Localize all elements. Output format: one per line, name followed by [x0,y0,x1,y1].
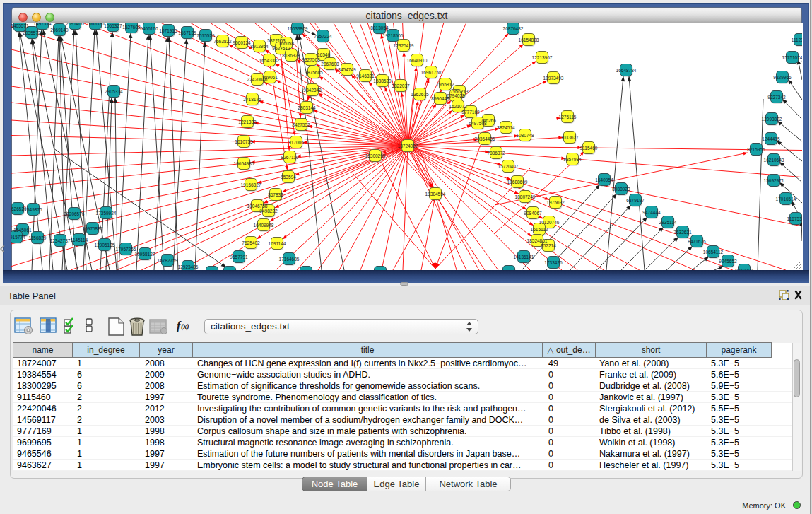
svg-text:1065327: 1065327 [104,23,122,28]
svg-text:8215955: 8215955 [747,147,765,152]
svg-text:6794028: 6794028 [447,93,465,98]
svg-text:8427552: 8427552 [292,122,310,127]
svg-text:17957255: 17957255 [116,247,136,252]
svg-text:(x): (x) [181,322,189,331]
svg-text:16409948: 16409948 [254,223,274,228]
svg-text:8186328: 8186328 [282,53,300,58]
svg-text:1244415: 1244415 [762,136,780,141]
svg-text:16033809: 16033809 [288,26,308,31]
svg-text:6879197: 6879197 [626,198,645,203]
svg-text:1527602: 1527602 [122,25,141,30]
svg-text:16154808: 16154808 [519,37,539,42]
svg-text:15720407: 15720407 [498,164,519,169]
svg-text:9498222: 9498222 [259,209,278,214]
svg-text:252214: 252214 [541,243,556,248]
svg-text:1221338: 1221338 [238,119,257,124]
svg-text:1667135: 1667135 [178,30,196,35]
svg-text:15751074: 15751074 [782,55,802,60]
svg-text:2091406: 2091406 [66,23,84,26]
svg-text:166058: 166058 [278,41,294,46]
svg-text:18300295: 18300295 [365,153,386,158]
svg-text:3822037: 3822037 [392,83,410,88]
svg-text:20364436: 20364436 [475,136,495,141]
svg-text:9084067: 9084067 [524,211,542,216]
svg-text:1610755: 1610755 [235,139,253,144]
svg-text:1080748: 1080748 [516,133,534,138]
svg-text:1640954: 1640954 [595,177,613,182]
svg-text:7357224: 7357224 [314,34,332,39]
svg-text:8454749: 8454749 [338,67,356,72]
svg-text:7632621: 7632621 [673,230,692,235]
svg-text:18524861: 18524861 [527,238,548,243]
svg-text:9227342: 9227342 [767,95,786,100]
svg-text:1691144: 1691144 [269,241,286,246]
svg-text:12093822: 12093822 [762,117,782,122]
svg-text:1615112: 1615112 [531,227,548,232]
svg-text:6466160: 6466160 [140,26,158,31]
svg-text:9329966: 9329966 [773,75,792,80]
svg-text:8813054: 8813054 [370,25,389,30]
svg-text:2905334: 2905334 [105,89,123,94]
svg-text:1065326: 1065326 [86,23,105,26]
svg-text:1545061: 1545061 [13,228,32,233]
svg-text:2867608: 2867608 [321,62,339,66]
svg-text:10973493: 10973493 [543,76,564,81]
svg-text:9245652: 9245652 [719,259,737,264]
svg-text:2718176: 2718176 [243,97,261,102]
svg-text:7515526: 7515526 [196,33,215,38]
svg-text:2035572: 2035572 [23,30,41,35]
svg-text:14136141: 14136141 [514,255,534,259]
svg-text:8912954: 8912954 [250,44,269,49]
svg-text:10046758: 10046758 [247,204,268,209]
svg-text:953594: 953594 [281,175,296,180]
svg-text:2935114: 2935114 [659,220,677,225]
svg-text:12905135: 12905135 [95,243,115,247]
svg-text:9627513: 9627513 [272,46,290,51]
svg-text:9357984: 9357984 [563,157,582,162]
svg-text:1275115: 1275115 [559,115,577,119]
svg-text:1733426: 1733426 [544,260,563,265]
svg-text:10654112: 10654112 [703,250,724,255]
svg-text:10975887: 10975887 [83,226,103,231]
svg-text:2803144: 2803144 [298,105,316,110]
svg-text:16543382: 16543382 [259,58,280,63]
svg-text:10958127: 10958127 [135,252,155,257]
svg-text:17016514: 17016514 [776,197,796,201]
svg-text:15692971: 15692971 [764,178,784,183]
svg-text:3824514: 3824514 [497,125,515,130]
svg-text:18724007: 18724007 [398,144,418,148]
svg-text:1497314: 1497314 [33,23,52,26]
svg-text:19654985: 19654985 [234,161,254,166]
svg-text:9115460: 9115460 [580,146,598,151]
svg-text:18807249: 18807249 [515,194,536,199]
svg-text:7955812: 7955812 [436,82,454,87]
svg-text:1033627: 1033627 [560,135,579,140]
svg-text:989061: 989061 [262,75,278,80]
svg-text:10120746: 10120746 [539,220,560,225]
svg-text:12213967: 12213967 [532,55,553,60]
svg-text:17164685: 17164685 [279,257,300,262]
svg-text:7886372: 7886372 [487,151,505,156]
svg-text:1112037: 1112037 [792,37,802,42]
svg-text:12342737: 12342737 [50,238,71,243]
svg-text:12325419: 12325419 [394,43,414,48]
svg-text:19384554: 19384554 [425,192,446,197]
svg-text:9777169: 9777169 [461,110,480,115]
svg-text:3915774: 3915774 [11,235,25,240]
svg-text:16210643: 16210643 [764,158,784,163]
svg-text:917006: 917006 [288,140,304,145]
svg-text:8267110: 8267110 [281,155,299,160]
svg-text:1362615: 1362615 [411,92,429,97]
svg-text:9660124: 9660124 [233,40,251,45]
svg-text:9474444: 9474444 [642,210,661,215]
svg-text:10688609: 10688609 [507,180,528,185]
svg-text:16546: 16546 [317,52,330,57]
svg-text:16640910: 16640910 [407,58,428,63]
svg-text:19218506: 19218506 [383,33,404,38]
svg-text:9657791: 9657791 [230,255,248,259]
svg-text:1156829: 1156829 [29,235,47,240]
svg-text:9327508: 9327508 [302,57,320,62]
svg-text:17359924: 17359924 [96,211,117,216]
svg-text:1167533: 1167533 [787,216,802,221]
svg-text:16648784: 16648784 [616,68,637,73]
